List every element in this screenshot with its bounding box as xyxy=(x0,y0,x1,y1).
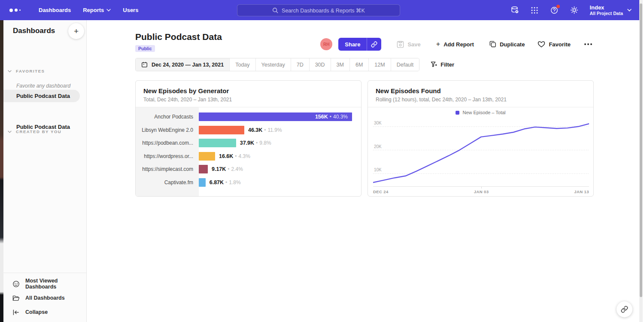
heart-icon xyxy=(538,41,545,48)
bar-row[interactable]: Libsyn WebEngine 2.0 46.3K•11.9% xyxy=(136,124,361,137)
save-icon xyxy=(397,41,404,48)
save-button[interactable]: Save xyxy=(397,41,420,48)
bar[interactable] xyxy=(199,139,236,147)
filter-funnel-icon xyxy=(431,61,437,68)
folder-icon xyxy=(12,295,20,302)
link-icon xyxy=(371,41,377,48)
date-controls: Dec 24, 2020 — Jan 13, 2021 Today Yester… xyxy=(135,58,454,71)
bar[interactable] xyxy=(199,152,215,161)
header-actions: RH Share Save + Add Report xyxy=(320,38,594,51)
page-scrollbar[interactable] xyxy=(639,0,643,322)
link-icon xyxy=(621,306,628,313)
x-axis-tick xyxy=(481,187,482,188)
background-window-sliver xyxy=(0,20,3,322)
nav-users[interactable]: Users xyxy=(123,7,138,13)
visibility-badge: Public xyxy=(135,45,155,52)
main-content: Public Podcast Data Public RH Share Save xyxy=(87,20,639,322)
project-switcher[interactable]: Index All Project Data xyxy=(589,4,632,16)
favorite-button[interactable]: Favorite xyxy=(538,41,571,48)
top-nav: Dashboards Reports Users Search Dashboar… xyxy=(0,0,639,20)
card-new-episodes-by-generator: New Episodes by Generator Total, Dec 24t… xyxy=(135,80,361,197)
search-icon xyxy=(272,7,278,13)
y-tick-label: 10K xyxy=(374,167,382,172)
bar-row[interactable]: https://wordpress.or... 16.6K•4.3% xyxy=(136,150,361,163)
card-header: New Episodes Found Rolling (12 hours), t… xyxy=(368,81,593,107)
sidebar-item-created-dashboard[interactable]: Public Podcast Data xyxy=(3,121,80,133)
duplicate-icon xyxy=(489,41,496,48)
card-header: New Episodes by Generator Total, Dec 24t… xyxy=(136,81,361,107)
bar-row[interactable]: Anchor Podcasts 156K•40.3% xyxy=(136,110,361,124)
sidebar-title: Dashboards xyxy=(13,27,55,35)
bar-row[interactable]: https://podbean.com... 37.9K•9.8% xyxy=(136,137,361,150)
x-tick-label: JAN 03 xyxy=(474,189,489,194)
y-tick-label: 20K xyxy=(374,144,382,149)
favorites-empty-note: Favorite any dashboard xyxy=(16,83,70,89)
preset-default[interactable]: Default xyxy=(391,58,419,71)
help-icon[interactable] xyxy=(550,6,559,15)
preset-7d[interactable]: 7D xyxy=(291,58,309,71)
x-axis-labels: DEC 24 JAN 03 JAN 13 xyxy=(373,187,589,194)
collapse-left-icon xyxy=(12,309,20,316)
most-viewed-dashboards-button[interactable]: Most Viewed Dashboards xyxy=(3,279,86,289)
chevron-down-icon xyxy=(627,9,632,12)
x-tick-label: DEC 24 xyxy=(373,189,389,194)
bar-row[interactable]: Captivate.fm 6.87K•1.8% xyxy=(136,176,361,189)
chart-legend[interactable]: New Episode – Total xyxy=(373,107,588,118)
scrollbar-thumb[interactable] xyxy=(640,3,642,297)
data-sources-icon[interactable] xyxy=(510,6,519,15)
apps-grid-icon[interactable] xyxy=(530,6,539,15)
card-title: New Episodes by Generator xyxy=(143,87,353,94)
chevron-down-icon xyxy=(8,70,12,73)
copy-share-link-button[interactable] xyxy=(367,38,381,51)
page-title: Public Podcast Data xyxy=(135,32,222,42)
bar[interactable] xyxy=(199,126,244,134)
card-subtitle: Total, Dec 24th, 2020 – Jan 13th, 2021 xyxy=(143,97,353,103)
line-chart: New Episode – Total 10K20K30K DEC 24 JAN… xyxy=(368,107,593,196)
new-dashboard-button[interactable]: + xyxy=(68,23,84,39)
avatar[interactable]: RH xyxy=(320,38,332,50)
plot-area[interactable]: 10K20K30K xyxy=(373,118,589,187)
nav-reports[interactable]: Reports xyxy=(83,7,111,13)
project-name: Index xyxy=(589,4,623,11)
legend-label: New Episode – Total xyxy=(462,110,505,115)
card-title: New Episodes Found xyxy=(376,87,586,94)
bar[interactable] xyxy=(199,165,208,173)
nav-right-cluster: Index All Project Data xyxy=(510,0,632,20)
preset-6m[interactable]: 6M xyxy=(349,58,368,71)
more-options-button[interactable] xyxy=(583,42,594,47)
global-search-input[interactable]: Search Dashboards & Reports ⌘K xyxy=(237,4,400,16)
collapse-sidebar-button[interactable]: Collapse xyxy=(3,307,86,317)
card-new-episodes-found: New Episodes Found Rolling (12 hours), t… xyxy=(368,80,594,197)
search-placeholder: Search Dashboards & Reports ⌘K xyxy=(282,7,365,14)
card-subtitle: Rolling (12 hours), total, Dec 24th, 202… xyxy=(376,97,586,103)
bar-chart: Anchor Podcasts 156K•40.3% Libsyn WebEng… xyxy=(136,107,361,196)
preset-today[interactable]: Today xyxy=(229,58,255,71)
preset-3m[interactable]: 3M xyxy=(331,58,349,71)
floating-share-link-button[interactable] xyxy=(617,301,632,317)
duplicate-button[interactable]: Duplicate xyxy=(489,41,525,48)
preset-30d[interactable]: 30D xyxy=(309,58,331,71)
sidebar-footer: Most Viewed Dashboards All Dashboards Co… xyxy=(3,273,86,322)
bar-row[interactable]: https://simplecast.com 9.17K•2.4% xyxy=(136,163,361,176)
smiley-icon xyxy=(12,280,20,288)
preset-yesterday[interactable]: Yesterday xyxy=(255,58,291,71)
filter-button[interactable]: Filter xyxy=(431,61,454,68)
plus-icon: + xyxy=(436,40,440,48)
all-dashboards-button[interactable]: All Dashboards xyxy=(3,293,86,303)
nav-dashboards[interactable]: Dashboards xyxy=(39,7,71,13)
sidebar: Dashboards + FAVORITES Favorite any dash… xyxy=(3,20,87,322)
preset-12m[interactable]: 12M xyxy=(368,58,390,71)
bar[interactable] xyxy=(199,178,206,187)
app-logo-icon[interactable] xyxy=(9,9,27,12)
sidebar-item-recent-dashboard[interactable]: Public Podcast Data xyxy=(3,90,80,102)
settings-gear-icon[interactable] xyxy=(570,6,578,15)
section-favorites[interactable]: FAVORITES xyxy=(8,69,45,73)
notification-badge xyxy=(556,5,560,8)
share-button[interactable]: Share xyxy=(338,38,367,51)
legend-swatch xyxy=(456,111,459,115)
date-range-picker[interactable]: Dec 24, 2020 — Jan 13, 2021 xyxy=(136,58,229,71)
x-tick-label: JAN 13 xyxy=(574,189,589,194)
add-report-button[interactable]: + Add Report xyxy=(436,40,474,48)
calendar-icon xyxy=(141,61,148,68)
project-scope: All Project Data xyxy=(589,11,623,16)
